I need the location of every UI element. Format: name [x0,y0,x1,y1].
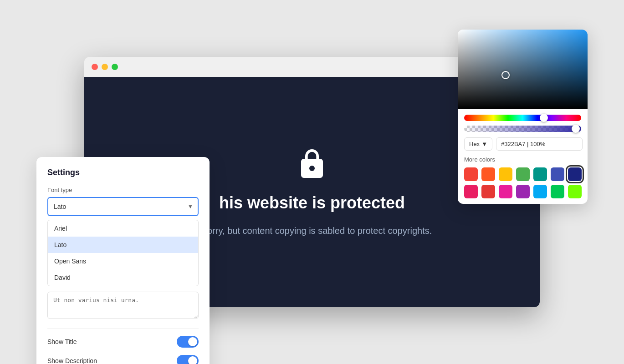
color-swatch-magenta[interactable] [499,185,512,198]
font-option-lato[interactable]: Lato [48,237,198,253]
hex-row: Hex ▼ [464,137,581,151]
font-option-ariel[interactable]: Ariel [48,220,198,237]
color-swatch-teal[interactable] [533,167,547,181]
settings-panel-title: Settings [47,168,199,177]
color-row-1 [464,167,581,181]
more-colors-label: More colors [464,156,581,163]
font-option-open-sans[interactable]: Open Sans [48,253,198,269]
color-swatch-purple[interactable] [516,185,530,198]
color-swatch-green[interactable] [516,167,530,181]
traffic-light-red[interactable] [92,64,98,70]
color-swatch-dark-blue[interactable] [568,167,582,181]
settings-panel: Settings Font type Lato ▼ Ariel Lato Ope… [36,157,210,364]
show-title-toggle-thumb [188,337,197,346]
lock-icon [294,146,330,182]
color-swatch-yellow[interactable] [499,167,512,181]
show-title-row: Show Title [47,336,199,348]
protected-desc: re sorry, but content copying is sabled … [192,223,432,238]
color-swatch-red[interactable] [464,167,478,181]
color-picker-panel: Hex ▼ More colors [458,30,588,204]
traffic-light-green[interactable] [112,64,118,70]
font-option-david[interactable]: David [48,269,198,286]
color-controls: Hex ▼ More colors [458,109,588,204]
color-swatch-dark-red[interactable] [481,185,495,198]
gradient-cursor[interactable] [501,71,510,79]
hue-thumb [540,114,548,122]
color-row-2 [464,185,581,198]
color-gradient[interactable] [458,30,588,109]
color-swatch-light-blue[interactable] [533,185,547,198]
traffic-light-yellow[interactable] [102,64,108,70]
hue-slider[interactable] [464,115,581,121]
font-dropdown: Ariel Lato Open Sans David [47,220,199,286]
show-description-toggle[interactable] [177,355,199,364]
hex-value-input[interactable] [496,137,583,151]
hex-format-chevron: ▼ [481,141,487,147]
alpha-thumb [572,125,580,133]
show-description-label: Show Description [47,357,97,364]
settings-divider [47,328,199,329]
color-swatch-pink[interactable] [464,185,478,198]
hex-format-label: Hex [469,141,480,147]
alpha-slider[interactable] [464,126,581,132]
show-description-toggle-thumb [188,356,197,364]
color-swatch-indigo[interactable] [551,167,564,181]
font-select-display[interactable]: Lato [47,197,199,216]
font-select-wrapper: Lato ▼ [47,197,199,216]
show-title-toggle[interactable] [177,336,199,348]
hex-format-select[interactable]: Hex ▼ [464,137,492,151]
settings-textarea[interactable]: Ut non varius nisi urna. [47,292,199,319]
show-description-row: Show Description [47,355,199,364]
color-swatches [464,167,581,198]
font-type-label: Font type [47,187,199,193]
show-title-label: Show Title [47,338,77,345]
color-swatch-lime[interactable] [568,185,582,198]
text-area-wrapper: Ut non varius nisi urna. [47,292,199,321]
protected-title: his website is protected [219,193,405,212]
color-swatch-light-green[interactable] [551,185,564,198]
color-swatch-orange[interactable] [481,167,495,181]
